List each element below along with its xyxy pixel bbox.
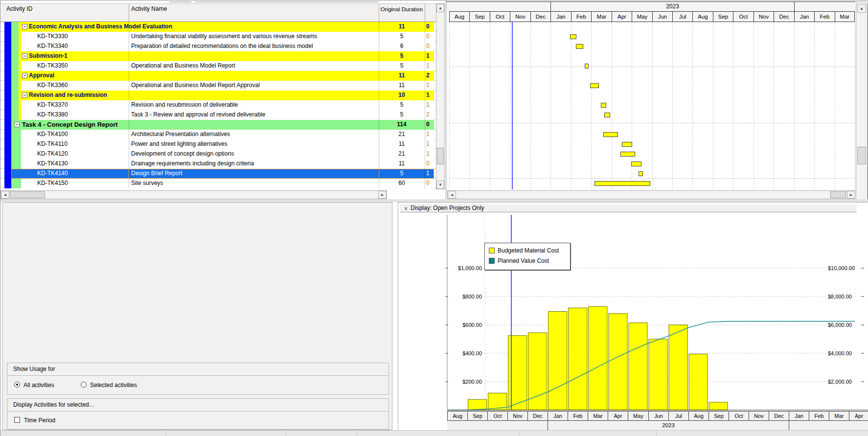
collapse-button[interactable]	[22, 92, 27, 98]
collapse-button[interactable]	[22, 73, 27, 78]
activity-name-cell[interactable]: Architectural Presentation alternatives	[131, 131, 377, 138]
original-duration-cell[interactable]: 5	[379, 170, 425, 178]
table-vertical-scrollbar[interactable]: ▲ ▼	[436, 3, 445, 189]
gantt-bar[interactable]	[570, 34, 576, 39]
scroll-up-button[interactable]: ▲	[436, 4, 444, 12]
activity-id-cell[interactable]: KD-TK4150	[37, 180, 125, 187]
original-duration-cell[interactable]: 11	[379, 72, 425, 80]
table-row[interactable]: KD-TK4120Development of concept design o…	[0, 149, 436, 159]
gantt-bar[interactable]	[601, 103, 606, 108]
scroll-right-button[interactable]: ►	[847, 191, 855, 199]
gantt-bar[interactable]	[631, 161, 641, 166]
table-row[interactable]: KD-TK3340Preparation of detailed recomme…	[0, 42, 436, 51]
activity-id-cell[interactable]: KD-TK4120	[37, 150, 125, 158]
original-duration-cell[interactable]: 60	[379, 180, 425, 187]
all-activities-radio[interactable]	[14, 382, 20, 388]
gantt-bar[interactable]	[604, 113, 610, 117]
original-duration-cell[interactable]: 5	[379, 101, 425, 109]
original-duration-cell[interactable]: 10	[379, 92, 425, 99]
activity-id-cell[interactable]: KD-TK3380	[37, 111, 125, 119]
column-header-activity-id[interactable]: Activity ID	[6, 4, 124, 22]
table-row[interactable]: KD-TK4100Architectural Presentation alte…	[0, 130, 436, 139]
table-row[interactable]: KD-TK3350Operational and Business Model …	[0, 61, 436, 71]
original-duration-cell[interactable]: 5	[379, 33, 425, 41]
activity-id-cell[interactable]: KD-TK4110	[37, 140, 125, 148]
original-duration-cell[interactable]: 11	[379, 23, 425, 31]
selected-activities-label[interactable]: Selected activities	[90, 382, 137, 389]
activity-id-cell[interactable]: KD-TK3370	[37, 101, 125, 109]
scroll-up-button[interactable]: ▲	[857, 4, 866, 13]
gantt-bar[interactable]	[590, 83, 599, 88]
original-duration-cell[interactable]: 6	[379, 43, 425, 50]
original-duration-cell[interactable]: 11	[379, 82, 425, 90]
activity-name-cell[interactable]: Undertaking financial viability assessme…	[131, 33, 377, 41]
collapse-button[interactable]	[14, 122, 20, 127]
gantt-vertical-scrollbar[interactable]: ▲ ▼	[856, 1, 868, 213]
time-period-checkbox[interactable]	[14, 417, 20, 423]
activity-name-cell[interactable]: Drainage requirements including design c…	[131, 160, 377, 168]
activity-name-cell[interactable]: Preparation of detailed recommendations …	[131, 43, 377, 50]
table-row[interactable]: KD-TK4110Power and street lighting alter…	[0, 139, 436, 149]
activity-id-cell[interactable]: KD-TK3330	[37, 33, 125, 41]
gantt-bar[interactable]	[603, 132, 618, 137]
column-divider[interactable]	[379, 4, 379, 22]
table-row[interactable]: KD-TK3330Undertaking financial viability…	[0, 32, 436, 42]
scrollbar-thumb[interactable]	[437, 148, 444, 164]
collapse-button[interactable]	[22, 53, 27, 59]
activity-id-cell[interactable]: KD-TK3360	[37, 82, 125, 90]
selected-activities-radio[interactable]	[81, 382, 87, 388]
gantt-bar[interactable]	[620, 152, 635, 157]
original-duration-cell[interactable]: 114	[379, 121, 425, 129]
all-activities-label[interactable]: All activities	[23, 382, 54, 389]
column-header-activity-name[interactable]: Activity Name	[131, 4, 317, 22]
group-row[interactable]: Approval112	[0, 71, 436, 81]
table-row[interactable]: KD-TK3380Task 3 - Review and approval of…	[0, 110, 436, 120]
activity-id-cell[interactable]: KD-TK4140	[37, 170, 125, 178]
column-divider[interactable]	[425, 4, 425, 22]
table-row[interactable]: KD-TK3370Revision and resubmission of de…	[0, 100, 436, 110]
activity-id-cell[interactable]: KD-TK4100	[37, 131, 125, 138]
original-duration-cell[interactable]: 5	[379, 62, 425, 70]
activity-id-cell[interactable]: KD-TK3350	[37, 62, 125, 70]
scrollbar-thumb[interactable]	[857, 147, 866, 164]
original-duration-cell[interactable]: 21	[379, 131, 425, 138]
scrollbar-thumb[interactable]	[830, 191, 846, 198]
group-row[interactable]: Economic Analysis and Business Model Eva…	[0, 22, 436, 32]
gantt-horizontal-scrollbar[interactable]: ◄ ►	[447, 190, 855, 199]
time-period-label[interactable]: Time Period	[24, 417, 55, 424]
activity-id-cell[interactable]: KD-TK3340	[37, 43, 125, 50]
activity-name-cell[interactable]: Task 3 - Review and approval of revised …	[131, 111, 377, 119]
table-row[interactable]: KD-TK3360Operational and Business Model …	[0, 81, 436, 91]
column-header-original-duration[interactable]: Original Duration	[379, 4, 425, 22]
table-row[interactable]: KD-TK4130Drainage requirements including…	[0, 159, 436, 169]
scrollbar-thumb[interactable]	[10, 191, 45, 198]
scroll-left-button[interactable]: ◄	[448, 191, 456, 199]
activity-name-cell[interactable]: Operational and Business Model Report	[131, 62, 377, 70]
gantt-bar[interactable]	[585, 64, 589, 69]
activity-name-cell[interactable]: Development of concept design options	[131, 150, 377, 158]
original-duration-cell[interactable]: 11	[379, 160, 425, 168]
original-duration-cell[interactable]: 5	[379, 52, 425, 60]
group-row[interactable]: Revision and re-submission101	[0, 91, 436, 100]
original-duration-cell[interactable]: 5	[379, 111, 425, 119]
scroll-left-button[interactable]: ◄	[1, 191, 9, 199]
table-horizontal-scrollbar[interactable]: ◄ ►	[0, 190, 387, 199]
activity-name-cell[interactable]: Operational and Business Model Report Ap…	[131, 82, 377, 90]
group-row[interactable]: Submission-151	[0, 51, 436, 61]
table-row[interactable]: KD-TK4150Site surveys600	[0, 179, 436, 188]
display-options-bar[interactable]: ∨Display: Open Projects Only	[400, 204, 857, 212]
group-row[interactable]: Task 4 - Concept Design Report1140	[0, 120, 436, 130]
scroll-right-button[interactable]: ►	[378, 191, 387, 199]
activity-name-cell[interactable]: Design Brief Report	[131, 170, 377, 178]
activity-name-cell[interactable]: Power and street lighting alternatives	[131, 140, 377, 148]
column-divider[interactable]	[129, 4, 129, 22]
original-duration-cell[interactable]: 21	[379, 150, 425, 158]
gantt-bar[interactable]	[622, 142, 632, 147]
activity-name-cell[interactable]: Revision and resubmission of deliverable	[131, 101, 377, 109]
gantt-bar[interactable]	[576, 44, 583, 49]
table-row[interactable]: KD-TK4140Design Brief Report51	[0, 169, 436, 179]
original-duration-cell[interactable]: 11	[379, 140, 425, 148]
activity-id-cell[interactable]: KD-TK4130	[37, 160, 125, 168]
scroll-down-button[interactable]: ▼	[436, 181, 444, 189]
activity-name-cell[interactable]: Site surveys	[131, 180, 377, 187]
